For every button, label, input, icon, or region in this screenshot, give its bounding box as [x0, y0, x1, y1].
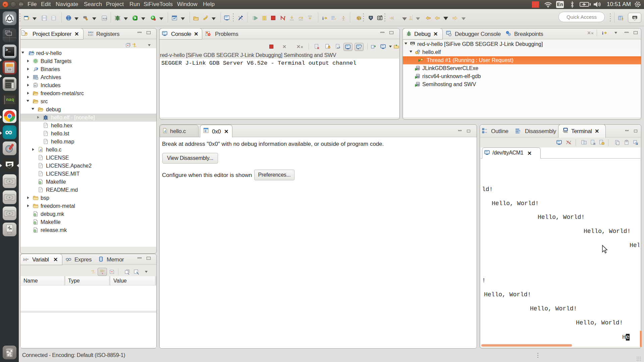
svg-text:⌘: ⌘ [593, 142, 596, 145]
svg-text:c: c [205, 129, 207, 133]
svg-text:x: x [102, 272, 103, 275]
svg-text:i: i [322, 16, 324, 21]
svg-text:i: i [602, 31, 603, 36]
svg-text:010: 010 [103, 17, 107, 20]
